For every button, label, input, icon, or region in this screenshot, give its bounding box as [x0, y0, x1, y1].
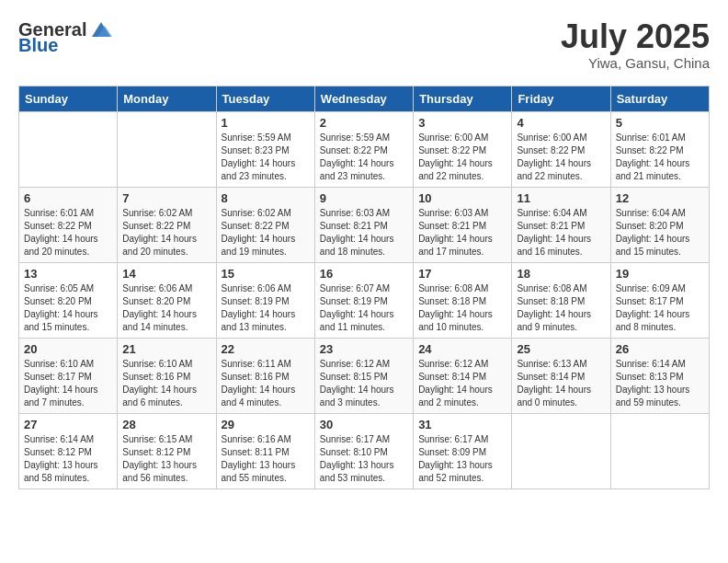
calendar-cell [118, 111, 216, 187]
day-info: Sunrise: 6:01 AM Sunset: 8:22 PM Dayligh… [24, 207, 112, 259]
day-number: 29 [222, 418, 310, 431]
day-info: Sunrise: 6:06 AM Sunset: 8:19 PM Dayligh… [222, 282, 310, 334]
header-day-monday: Monday [118, 86, 216, 111]
day-info: Sunrise: 6:17 AM Sunset: 8:10 PM Dayligh… [320, 433, 408, 485]
calendar-cell: 24Sunrise: 6:12 AM Sunset: 8:14 PM Dayli… [414, 338, 512, 413]
title-block: July 2025 Yiwa, Gansu, China [561, 18, 710, 71]
calendar-cell: 10Sunrise: 6:03 AM Sunset: 8:21 PM Dayli… [414, 187, 512, 262]
calendar-cell: 17Sunrise: 6:08 AM Sunset: 8:18 PM Dayli… [414, 262, 512, 338]
day-number: 10 [418, 191, 506, 205]
day-info: Sunrise: 6:05 AM Sunset: 8:20 PM Dayligh… [24, 282, 112, 334]
calendar-cell: 6Sunrise: 6:01 AM Sunset: 8:22 PM Daylig… [19, 187, 118, 262]
day-number: 30 [320, 418, 408, 431]
calendar-week-3: 13Sunrise: 6:05 AM Sunset: 8:20 PM Dayli… [19, 262, 710, 338]
page-header: General Blue July 2025 Yiwa, Gansu, Chin… [18, 18, 710, 71]
day-info: Sunrise: 6:14 AM Sunset: 8:12 PM Dayligh… [24, 433, 112, 485]
day-info: Sunrise: 6:01 AM Sunset: 8:22 PM Dayligh… [616, 132, 704, 183]
calendar-cell: 2Sunrise: 5:59 AM Sunset: 8:22 PM Daylig… [314, 111, 413, 187]
calendar-header-row: SundayMondayTuesdayWednesdayThursdayFrid… [19, 86, 710, 111]
calendar-cell: 3Sunrise: 6:00 AM Sunset: 8:22 PM Daylig… [414, 111, 512, 187]
calendar-cell: 14Sunrise: 6:06 AM Sunset: 8:20 PM Dayli… [118, 262, 216, 338]
day-info: Sunrise: 6:04 AM Sunset: 8:21 PM Dayligh… [517, 207, 605, 259]
day-info: Sunrise: 6:06 AM Sunset: 8:20 PM Dayligh… [122, 282, 210, 334]
day-number: 21 [122, 342, 210, 356]
calendar-week-2: 6Sunrise: 6:01 AM Sunset: 8:22 PM Daylig… [19, 187, 710, 262]
day-number: 31 [418, 418, 506, 431]
day-number: 6 [24, 191, 112, 205]
calendar-cell: 8Sunrise: 6:02 AM Sunset: 8:22 PM Daylig… [216, 187, 314, 262]
calendar-cell: 16Sunrise: 6:07 AM Sunset: 8:19 PM Dayli… [314, 262, 413, 338]
day-info: Sunrise: 5:59 AM Sunset: 8:23 PM Dayligh… [222, 132, 310, 183]
calendar-cell: 27Sunrise: 6:14 AM Sunset: 8:12 PM Dayli… [19, 413, 118, 488]
day-number: 13 [24, 267, 112, 281]
day-info: Sunrise: 6:02 AM Sunset: 8:22 PM Dayligh… [222, 207, 310, 259]
day-info: Sunrise: 6:03 AM Sunset: 8:21 PM Dayligh… [418, 207, 506, 259]
day-info: Sunrise: 6:07 AM Sunset: 8:19 PM Dayligh… [320, 282, 408, 334]
calendar-cell: 15Sunrise: 6:06 AM Sunset: 8:19 PM Dayli… [216, 262, 314, 338]
day-info: Sunrise: 6:00 AM Sunset: 8:22 PM Dayligh… [418, 132, 506, 183]
logo-icon [88, 18, 114, 40]
day-number: 5 [616, 116, 704, 130]
day-number: 22 [222, 342, 310, 356]
day-info: Sunrise: 6:10 AM Sunset: 8:17 PM Dayligh… [24, 358, 112, 409]
calendar-cell: 31Sunrise: 6:17 AM Sunset: 8:09 PM Dayli… [414, 413, 512, 488]
header-day-wednesday: Wednesday [314, 86, 413, 111]
calendar-cell: 21Sunrise: 6:10 AM Sunset: 8:16 PM Dayli… [118, 338, 216, 413]
day-number: 24 [418, 342, 506, 356]
header-day-friday: Friday [512, 86, 610, 111]
calendar-table: SundayMondayTuesdayWednesdayThursdayFrid… [18, 86, 710, 489]
month-title: July 2025 [561, 18, 710, 55]
day-number: 16 [320, 267, 408, 281]
day-info: Sunrise: 6:00 AM Sunset: 8:22 PM Dayligh… [517, 132, 605, 183]
calendar-cell [610, 413, 709, 488]
calendar-cell: 22Sunrise: 6:11 AM Sunset: 8:16 PM Dayli… [216, 338, 314, 413]
header-day-saturday: Saturday [610, 86, 709, 111]
header-day-thursday: Thursday [414, 86, 512, 111]
day-info: Sunrise: 6:10 AM Sunset: 8:16 PM Dayligh… [122, 358, 210, 409]
calendar-cell: 1Sunrise: 5:59 AM Sunset: 8:23 PM Daylig… [216, 111, 314, 187]
day-info: Sunrise: 6:03 AM Sunset: 8:21 PM Dayligh… [320, 207, 408, 259]
logo-blue-text: Blue [18, 35, 58, 56]
calendar-cell: 4Sunrise: 6:00 AM Sunset: 8:22 PM Daylig… [512, 111, 610, 187]
calendar-cell: 7Sunrise: 6:02 AM Sunset: 8:22 PM Daylig… [118, 187, 216, 262]
day-number: 18 [517, 267, 605, 281]
day-number: 9 [320, 191, 408, 205]
day-number: 3 [418, 116, 506, 130]
location: Yiwa, Gansu, China [561, 55, 710, 71]
day-info: Sunrise: 6:09 AM Sunset: 8:17 PM Dayligh… [616, 282, 704, 334]
day-info: Sunrise: 6:12 AM Sunset: 8:14 PM Dayligh… [418, 358, 506, 409]
calendar-cell: 11Sunrise: 6:04 AM Sunset: 8:21 PM Dayli… [512, 187, 610, 262]
calendar-cell: 19Sunrise: 6:09 AM Sunset: 8:17 PM Dayli… [610, 262, 709, 338]
day-info: Sunrise: 6:04 AM Sunset: 8:20 PM Dayligh… [616, 207, 704, 259]
day-number: 23 [320, 342, 408, 356]
calendar-cell: 12Sunrise: 6:04 AM Sunset: 8:20 PM Dayli… [610, 187, 709, 262]
header-day-sunday: Sunday [19, 86, 118, 111]
day-number: 1 [222, 116, 310, 130]
calendar-cell: 18Sunrise: 6:08 AM Sunset: 8:18 PM Dayli… [512, 262, 610, 338]
day-number: 28 [122, 418, 210, 431]
day-number: 27 [24, 418, 112, 431]
day-number: 19 [616, 267, 704, 281]
day-number: 11 [517, 191, 605, 205]
calendar-cell: 28Sunrise: 6:15 AM Sunset: 8:12 PM Dayli… [118, 413, 216, 488]
header-day-tuesday: Tuesday [216, 86, 314, 111]
calendar-cell: 5Sunrise: 6:01 AM Sunset: 8:22 PM Daylig… [610, 111, 709, 187]
day-info: Sunrise: 6:15 AM Sunset: 8:12 PM Dayligh… [122, 433, 210, 485]
day-info: Sunrise: 6:12 AM Sunset: 8:15 PM Dayligh… [320, 358, 408, 409]
calendar-body: 1Sunrise: 5:59 AM Sunset: 8:23 PM Daylig… [19, 111, 710, 488]
calendar-week-4: 20Sunrise: 6:10 AM Sunset: 8:17 PM Dayli… [19, 338, 710, 413]
calendar-cell: 26Sunrise: 6:14 AM Sunset: 8:13 PM Dayli… [610, 338, 709, 413]
day-number: 14 [122, 267, 210, 281]
calendar-cell: 9Sunrise: 6:03 AM Sunset: 8:21 PM Daylig… [314, 187, 413, 262]
calendar-cell: 20Sunrise: 6:10 AM Sunset: 8:17 PM Dayli… [19, 338, 118, 413]
calendar-cell: 30Sunrise: 6:17 AM Sunset: 8:10 PM Dayli… [314, 413, 413, 488]
calendar-cell: 29Sunrise: 6:16 AM Sunset: 8:11 PM Dayli… [216, 413, 314, 488]
calendar-cell: 13Sunrise: 6:05 AM Sunset: 8:20 PM Dayli… [19, 262, 118, 338]
day-info: Sunrise: 6:11 AM Sunset: 8:16 PM Dayligh… [222, 358, 310, 409]
calendar-week-5: 27Sunrise: 6:14 AM Sunset: 8:12 PM Dayli… [19, 413, 710, 488]
day-info: Sunrise: 6:16 AM Sunset: 8:11 PM Dayligh… [222, 433, 310, 485]
day-number: 26 [616, 342, 704, 356]
day-number: 4 [517, 116, 605, 130]
day-number: 15 [222, 267, 310, 281]
calendar-cell [512, 413, 610, 488]
